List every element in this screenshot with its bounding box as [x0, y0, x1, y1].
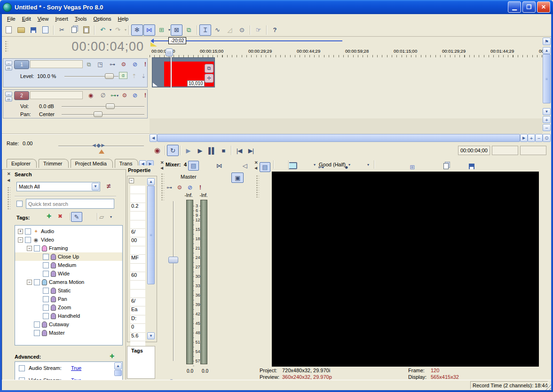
- preview-quality-value[interactable]: Good (Half): [319, 162, 346, 167]
- properties-scroll-thumb[interactable]: ≡: [147, 186, 155, 284]
- time-ruler[interactable]: 00:00:00;0000:00:15;0000:00:29;2900:00:4…: [150, 47, 543, 58]
- marker-bar[interactable]: -20;02: [150, 37, 543, 47]
- property-value-cell[interactable]: [130, 264, 145, 272]
- advanced-add-icon[interactable]: ✚: [110, 353, 114, 360]
- tree-checkbox[interactable]: [25, 228, 31, 235]
- tree-item[interactable]: Master: [15, 329, 122, 337]
- preview-quality-dropdown1[interactable]: ▾: [314, 163, 316, 167]
- compositing-mode-icon[interactable]: α: [119, 72, 127, 79]
- tree-item-label[interactable]: Wide: [58, 271, 70, 276]
- record-button[interactable]: ◉: [151, 145, 163, 156]
- meter-right-bottom-value[interactable]: 0.0: [198, 368, 212, 374]
- property-value-cell[interactable]: [130, 246, 145, 255]
- preview-quality-dropdown2[interactable]: ▾: [348, 163, 350, 167]
- audio-track-lane[interactable]: [150, 87, 543, 119]
- quick-text-search-input[interactable]: [26, 199, 114, 209]
- menu-item[interactable]: Tools: [71, 15, 90, 23]
- copy-snapshot-icon[interactable]: [440, 160, 452, 172]
- undo-dropdown[interactable]: ▾: [110, 28, 111, 32]
- tree-item[interactable]: Zoom: [15, 303, 122, 312]
- make-parent-icon[interactable]: ⇡: [129, 72, 139, 80]
- tree-item[interactable]: − Framing: [15, 244, 122, 252]
- event-pan-crop-icon[interactable]: ⧉: [205, 64, 213, 73]
- playhead-grip[interactable]: |||: [166, 48, 173, 56]
- track2-restore-button[interactable]: ▭: [5, 97, 12, 102]
- track2-automation-icon[interactable]: ⚙: [120, 91, 129, 100]
- properties-scroll-up[interactable]: ▲: [147, 178, 155, 185]
- mixer-close-icon[interactable]: ✕: [160, 160, 164, 165]
- tree-item-label[interactable]: Zoom: [58, 305, 71, 310]
- meter-left-bottom-value[interactable]: 0.0: [183, 368, 197, 374]
- tree-item-label[interactable]: Pan: [58, 296, 67, 302]
- vscroll-down-button[interactable]: ▼: [543, 108, 551, 115]
- auto-ripple-dropdown[interactable]: ▾: [168, 28, 170, 32]
- tree-item-label[interactable]: Close Up: [58, 254, 79, 259]
- tree-item-label[interactable]: Handheld: [58, 313, 80, 319]
- transport-timecode-box[interactable]: 00:00:04;00: [458, 146, 490, 155]
- vscroll-thumb[interactable]: ≡: [543, 54, 551, 103]
- playhead-cursor[interactable]: [171, 57, 172, 87]
- redo-dropdown[interactable]: ▾: [125, 28, 126, 32]
- go-to-end-button[interactable]: ▶|: [245, 145, 257, 156]
- property-value-cell[interactable]: 60: [130, 272, 145, 281]
- loop-playback-button[interactable]: ↻: [167, 145, 179, 156]
- tree-checkbox[interactable]: [34, 330, 40, 336]
- redo-button[interactable]: ↷: [112, 24, 124, 36]
- tree-expander[interactable]: −: [27, 246, 32, 251]
- hscroll-right-button[interactable]: ▶: [520, 134, 528, 142]
- dim-output-icon[interactable]: ◁: [239, 160, 251, 171]
- property-value-cell[interactable]: [130, 194, 145, 203]
- delete-tag-icon[interactable]: ✖: [58, 213, 63, 220]
- stop-button[interactable]: ■: [218, 145, 229, 156]
- save-snapshot-icon[interactable]: [466, 161, 477, 172]
- preview-grip[interactable]: [256, 175, 259, 197]
- property-value-cell[interactable]: 6/: [130, 298, 145, 306]
- meter-right-top-value[interactable]: -Inf.: [197, 193, 211, 198]
- advanced-scroll-up[interactable]: ▲: [114, 362, 122, 369]
- pane-grip[interactable]: [7, 187, 10, 209]
- vscroll-up-button[interactable]: ▲: [543, 47, 551, 54]
- tree-item[interactable]: Wide: [15, 269, 122, 278]
- tree-checkbox[interactable]: [34, 321, 40, 328]
- pane-pin-icon[interactable]: ◀: [7, 178, 10, 182]
- master-fx-plug-icon[interactable]: ⊶: [165, 183, 174, 192]
- lock-envelopes-button[interactable]: ⊠: [171, 24, 182, 36]
- advanced-row-value-link[interactable]: True: [71, 365, 87, 371]
- master-mute-icon[interactable]: ⊘: [185, 183, 195, 192]
- overlay-grid-dropdown[interactable]: ▾: [367, 163, 369, 167]
- property-value-cell[interactable]: 0: [130, 324, 145, 332]
- title-bar[interactable]: Untitled * - Sony Vegas Pro 8.0 ▁ ❐ ✕: [0, 0, 553, 14]
- tree-item[interactable]: − ◉ Video: [15, 235, 122, 244]
- properties-collapse-icon[interactable]: −: [129, 178, 134, 183]
- track2-number[interactable]: 2: [14, 91, 29, 100]
- zoom-tool-corner-button[interactable]: ⊙: [543, 134, 551, 142]
- advanced-filter-row[interactable]: Audio Stream: True: [15, 362, 122, 374]
- copy-button[interactable]: [68, 24, 80, 36]
- transport-timecode-box[interactable]: [492, 146, 518, 155]
- tree-checkbox[interactable]: [43, 254, 49, 260]
- pan-slider-thumb[interactable]: [94, 111, 103, 117]
- meter-left-bar[interactable]: [186, 200, 193, 364]
- menu-item[interactable]: Edit: [19, 15, 34, 23]
- tree-expander[interactable]: −: [27, 280, 32, 285]
- save-button[interactable]: [27, 24, 39, 36]
- tree-checkbox[interactable]: [43, 305, 49, 311]
- zoom-out-track-button[interactable]: −: [543, 124, 551, 131]
- tree-expander[interactable]: −: [18, 237, 23, 243]
- envelope-edit-tool-button[interactable]: ∿: [212, 24, 223, 36]
- vol-slider[interactable]: [62, 106, 144, 107]
- properties-scroll-down[interactable]: ▼: [147, 332, 155, 339]
- go-to-start-button[interactable]: |◀: [233, 145, 245, 156]
- video-track-lane[interactable]: 10,010 ⧉ ✛: [150, 57, 543, 88]
- track2-solo-icon[interactable]: !: [141, 91, 150, 100]
- project-properties-button[interactable]: [40, 24, 51, 36]
- hscroll-thumb[interactable]: [157, 134, 520, 142]
- dock-tab[interactable]: Project Media: [71, 159, 113, 168]
- paste-button[interactable]: [80, 24, 92, 36]
- hscroll-left-button[interactable]: ◀: [150, 134, 157, 142]
- minimize-button[interactable]: ▁: [508, 1, 521, 13]
- tag-view-dropdown[interactable]: ▾: [110, 215, 112, 219]
- tree-item-label[interactable]: Medium: [58, 262, 76, 268]
- tree-item-label[interactable]: Static: [58, 288, 71, 293]
- tree-checkbox[interactable]: [43, 271, 49, 277]
